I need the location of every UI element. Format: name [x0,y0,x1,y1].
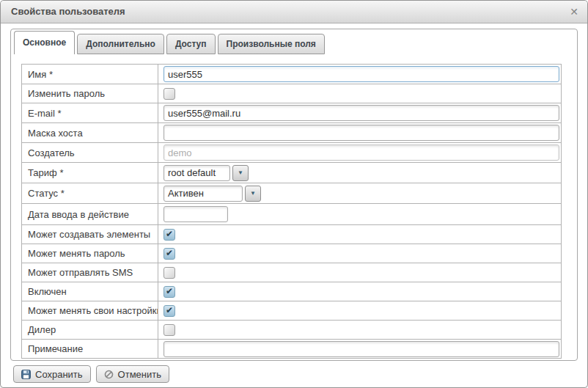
form-row-email: E-mail * [22,103,561,123]
form-row-can-create-elements: Может создавать элементы ✔ [22,225,561,244]
name-label: Имя * [22,65,158,84]
tab-main[interactable]: Основное [14,31,75,54]
host-mask-label: Маска хоста [22,123,158,142]
note-input[interactable] [163,341,559,357]
tab-additional[interactable]: Дополнительно [77,34,164,54]
save-button[interactable]: Сохранить [13,365,91,383]
can-change-own-settings-checkbox[interactable]: ✔ [163,305,175,317]
dialog-title: Свойства пользователя [11,6,125,17]
can-send-sms-label: Может отправлять SMS [22,263,158,282]
form-row-tariff: Тариф * root default ▼ [22,163,561,183]
tariff-combo-trigger[interactable]: ▼ [232,165,249,181]
dropdown-arrow-icon: ▼ [238,170,243,176]
dealer-checkbox[interactable]: ✔ [163,324,175,336]
form-row-name: Имя * [22,65,561,84]
cancel-button-label: Отменить [118,369,161,380]
tab-bar: Основное Дополнительно Доступ Произвольн… [14,31,327,54]
check-icon: ✔ [166,230,173,238]
dealer-label: Дилер [22,321,158,339]
can-change-password-label: Может менять пароль [22,244,158,263]
dialog-footer: Сохранить Отменить [13,365,169,383]
email-label: E-mail * [22,103,158,122]
status-combo[interactable]: Активен [163,186,243,202]
form-row-host-mask: Маска хоста [22,123,561,143]
tab-panel: Основное Дополнительно Доступ Произвольн… [10,29,578,361]
change-password-label: Изменить пароль [22,84,158,103]
form-row-note: Примечание [22,340,561,358]
name-input[interactable] [163,66,559,82]
user-properties-dialog: Свойства пользователя ✕ Основное Дополни… [0,0,588,388]
form-row-can-change-password: Может менять пароль ✔ [22,244,561,263]
save-floppy-icon [21,370,31,379]
tariff-combo[interactable]: root default [163,165,230,181]
check-icon: ✔ [166,287,173,296]
creator-input [163,144,559,161]
status-combo-trigger[interactable]: ▼ [245,186,261,202]
close-icon[interactable]: ✕ [570,1,578,23]
enabled-label: Включен [22,282,158,301]
form-row-status: Статус * Активен ▼ [22,183,561,204]
cancel-slash-icon [104,370,114,379]
change-password-checkbox[interactable]: ✔ [163,88,175,100]
tab-access[interactable]: Доступ [166,34,216,54]
check-icon: ✔ [166,249,173,257]
check-icon: ✔ [166,306,173,315]
email-input[interactable] [163,105,559,121]
can-change-password-checkbox[interactable]: ✔ [163,248,175,260]
form-row-creator: Создатель [22,143,561,163]
can-create-elements-checkbox[interactable]: ✔ [163,229,175,241]
note-label: Примечание [22,340,158,358]
form-row-change-password: Изменить пароль ✔ [22,84,561,103]
activation-date-label: Дата ввода в действие [22,204,158,224]
tab-custom-fields[interactable]: Произвольные поля [218,34,325,54]
form-row-activation-date: Дата ввода в действие [22,204,561,225]
activation-date-input[interactable] [163,206,228,222]
tariff-label: Тариф * [22,163,158,183]
form-row-can-send-sms: Может отправлять SMS ✔ [22,263,561,282]
save-button-label: Сохранить [35,369,83,380]
form-row-enabled: Включен ✔ [22,282,561,301]
status-label: Статус * [22,183,158,203]
creator-label: Создатель [22,143,158,162]
cancel-button[interactable]: Отменить [96,365,169,383]
form-row-can-change-own-settings: Может менять свои настройки ✔ [22,301,561,321]
dropdown-arrow-icon: ▼ [250,191,256,197]
can-send-sms-checkbox[interactable]: ✔ [163,267,175,279]
form-row-dealer: Дилер ✔ [22,321,561,340]
can-create-elements-label: Может создавать элементы [22,225,158,244]
properties-form: Имя * Изменить пароль ✔ E-mail * Маска х… [21,64,562,359]
can-change-own-settings-label: Может менять свои настройки [22,301,158,320]
host-mask-input[interactable] [163,125,559,141]
dialog-titlebar[interactable]: Свойства пользователя ✕ [1,1,587,23]
enabled-checkbox[interactable]: ✔ [163,286,175,298]
